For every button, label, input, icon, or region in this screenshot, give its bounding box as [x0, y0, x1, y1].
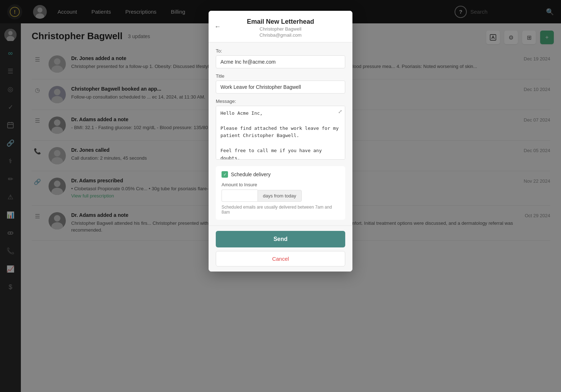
schedule-hint: Scheduled emails are usually delivered b…	[222, 205, 339, 215]
title-input[interactable]	[216, 81, 345, 94]
modal-body: To: Title Message: ⤢ ✓	[209, 42, 352, 225]
modal-header: ← Email New Letterhead Christopher Bagwe…	[209, 11, 352, 42]
message-textarea[interactable]	[216, 106, 345, 160]
title-field-group: Title	[216, 73, 345, 94]
schedule-section: ✓ Schedule delivery Amount to Insure day…	[216, 166, 345, 220]
schedule-row: ✓ Schedule delivery	[222, 171, 339, 178]
email-modal: ← Email New Letterhead Christopher Bagwe…	[209, 11, 352, 272]
modal-overlay: ← Email New Letterhead Christopher Bagwe…	[0, 0, 561, 392]
message-field-group: Message: ⤢	[216, 99, 345, 161]
amount-group: Amount to Insure days from today Schedul…	[222, 182, 339, 215]
to-label: To:	[216, 48, 345, 54]
to-field-group: To:	[216, 48, 345, 68]
modal-title: Email New Letterhead	[216, 18, 345, 26]
amount-input[interactable]	[222, 190, 257, 202]
title-label: Title	[216, 73, 345, 79]
expand-icon[interactable]: ⤢	[338, 109, 342, 114]
cancel-button[interactable]: Cancel	[216, 251, 345, 266]
modal-patient-email: Chrisba@gmail.com	[216, 32, 345, 38]
send-button[interactable]: Send	[216, 231, 345, 247]
amount-label: Amount to Insure	[222, 182, 339, 187]
modal-back-button[interactable]: ←	[214, 23, 221, 30]
to-input[interactable]	[216, 55, 345, 68]
days-badge: days from today	[257, 190, 302, 202]
schedule-checkbox[interactable]: ✓	[222, 171, 228, 178]
message-area-wrap: ⤢	[216, 106, 345, 161]
modal-footer: Send Cancel	[209, 225, 352, 272]
amount-row: days from today	[222, 190, 339, 202]
schedule-label: Schedule delivery	[231, 172, 271, 177]
check-icon: ✓	[223, 172, 227, 177]
schedule-checkbox-wrap: ✓ Schedule delivery	[222, 171, 271, 178]
modal-patient-name: Christopher Bagwell	[216, 26, 345, 32]
message-label: Message:	[216, 99, 345, 104]
